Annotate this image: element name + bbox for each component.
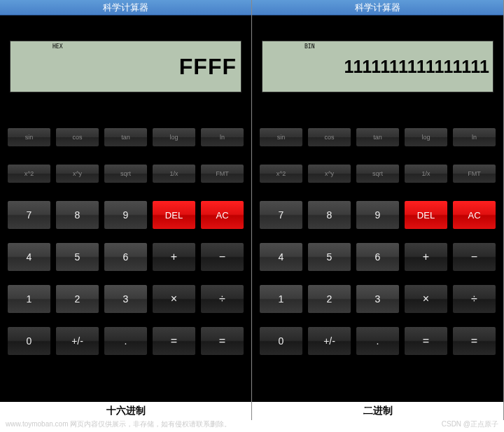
digit-7-button[interactable]: 7 [7,200,51,230]
digit-6-button[interactable]: 6 [356,242,400,272]
num-row-3: 1 2 3 × ÷ [259,284,496,314]
fmt-button[interactable]: FMT [452,164,496,183]
fmt-button[interactable]: FMT [200,164,244,183]
digit-0-button[interactable]: 0 [7,326,51,356]
equals-button-2[interactable]: = [200,326,244,356]
equals-button[interactable]: = [152,326,196,356]
decimal-button[interactable]: . [356,326,400,356]
x2-button[interactable]: x^2 [259,164,303,183]
footer-label: 十六进制 [0,402,251,420]
digit-9-button[interactable]: 9 [104,200,148,230]
function-row-1: sin cos tan log ln [259,127,496,147]
calculator-left: 科学计算器 HEX FFFF sin cos tan log ln x^2 x^… [0,0,252,420]
keypad: sin cos tan log ln x^2 x^y sqrt 1/x FMT … [252,127,503,351]
sqrt-button[interactable]: sqrt [104,164,148,183]
num-row-4: 0 +/- . = = [7,326,244,356]
function-row-2: x^2 x^y sqrt 1/x FMT [7,164,244,183]
ac-button[interactable]: AC [200,200,244,230]
num-row-1: 7 8 9 DEL AC [259,200,496,230]
watermark-right: CSDN @正点原子 [442,419,498,429]
plus-minus-button[interactable]: +/- [307,326,351,356]
title-bar: 科学计算器 [0,0,251,15]
cos-button[interactable]: cos [307,127,351,147]
footer-label: 二进制 [252,402,503,420]
equals-button[interactable]: = [404,326,448,356]
tan-button[interactable]: tan [104,127,148,147]
log-button[interactable]: log [152,127,196,147]
tan-button[interactable]: tan [356,127,400,147]
equals-button-2[interactable]: = [452,326,496,356]
decimal-button[interactable]: . [104,326,148,356]
num-row-3: 1 2 3 × ÷ [7,284,244,314]
divide-button[interactable]: ÷ [200,284,244,314]
multiply-button[interactable]: × [404,284,448,314]
log-button[interactable]: log [404,127,448,147]
sqrt-button[interactable]: sqrt [356,164,400,183]
digit-4-button[interactable]: 4 [7,242,51,272]
ln-button[interactable]: ln [452,127,496,147]
sin-button[interactable]: sin [259,127,303,147]
display-mode-label: HEX [52,43,62,50]
digit-2-button[interactable]: 2 [55,284,99,314]
inv-button[interactable]: 1/x [152,164,196,183]
digit-7-button[interactable]: 7 [259,200,303,230]
digit-8-button[interactable]: 8 [55,200,99,230]
digit-1-button[interactable]: 1 [7,284,51,314]
plus-button[interactable]: + [152,242,196,272]
digit-0-button[interactable]: 0 [259,326,303,356]
display: BIN 1111111111111111 [262,41,493,92]
minus-button[interactable]: − [452,242,496,272]
num-row-1: 7 8 9 DEL AC [7,200,244,230]
app-title: 科学计算器 [355,1,400,14]
del-button[interactable]: DEL [404,200,448,230]
function-row-2: x^2 x^y sqrt 1/x FMT [259,164,496,183]
app-title: 科学计算器 [103,1,148,14]
inv-button[interactable]: 1/x [404,164,448,183]
minus-button[interactable]: − [200,242,244,272]
display-value: FFFF [179,54,237,80]
digit-9-button[interactable]: 9 [356,200,400,230]
num-row-2: 4 5 6 + − [7,242,244,272]
cos-button[interactable]: cos [55,127,99,147]
ac-button[interactable]: AC [452,200,496,230]
num-row-2: 4 5 6 + − [259,242,496,272]
watermark-left: www.toymoban.com 网页内容仅供展示，非存储，如有侵权请联系删除。 [6,419,231,429]
plus-button[interactable]: + [404,242,448,272]
digit-3-button[interactable]: 3 [104,284,148,314]
multiply-button[interactable]: × [152,284,196,314]
display: HEX FFFF [10,41,241,92]
digit-4-button[interactable]: 4 [259,242,303,272]
xy-button[interactable]: x^y [307,164,351,183]
del-button[interactable]: DEL [152,200,196,230]
ln-button[interactable]: ln [200,127,244,147]
digit-5-button[interactable]: 5 [55,242,99,272]
function-row-1: sin cos tan log ln [7,127,244,147]
calculator-right: 科学计算器 BIN 1111111111111111 sin cos tan l… [252,0,504,420]
digit-5-button[interactable]: 5 [307,242,351,272]
digit-2-button[interactable]: 2 [307,284,351,314]
title-bar: 科学计算器 [252,0,503,15]
x2-button[interactable]: x^2 [7,164,51,183]
sin-button[interactable]: sin [7,127,51,147]
display-value: 1111111111111111 [344,57,489,77]
plus-minus-button[interactable]: +/- [55,326,99,356]
digit-3-button[interactable]: 3 [356,284,400,314]
digit-8-button[interactable]: 8 [307,200,351,230]
keypad: sin cos tan log ln x^2 x^y sqrt 1/x FMT … [0,127,251,351]
divide-button[interactable]: ÷ [452,284,496,314]
xy-button[interactable]: x^y [55,164,99,183]
num-row-4: 0 +/- . = = [259,326,496,356]
digit-1-button[interactable]: 1 [259,284,303,314]
digit-6-button[interactable]: 6 [104,242,148,272]
display-mode-label: BIN [304,43,314,50]
